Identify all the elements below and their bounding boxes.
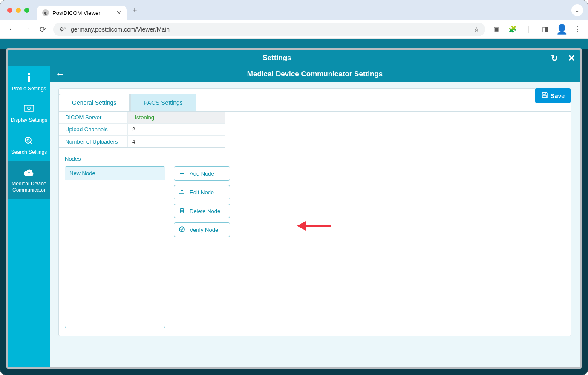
search-gear-icon: [24, 136, 34, 147]
trash-icon: [179, 208, 185, 215]
back-arrow-icon[interactable]: ←: [50, 69, 70, 80]
app-root: Settings ↻ ✕ Profile Settings: [0, 39, 588, 375]
sidepanel-icon[interactable]: ◨: [540, 25, 550, 33]
window-minimize-button[interactable]: [16, 8, 21, 13]
back-button[interactable]: ←: [7, 25, 17, 34]
verify-node-button[interactable]: Verify Node: [174, 222, 230, 237]
panel-title: Medical Device Communicator Settings: [50, 70, 580, 78]
sidebar: Profile Settings Display Settings Search…: [8, 66, 50, 367]
node-actions: + Add Node Edit Node: [174, 166, 230, 237]
add-node-label: Add Node: [190, 170, 214, 177]
plus-icon: +: [179, 169, 185, 178]
sidebar-item-profile[interactable]: Profile Settings: [8, 66, 50, 98]
extensions-icon[interactable]: 🧩: [507, 25, 518, 33]
traffic-lights: [7, 8, 29, 13]
save-icon: [541, 92, 548, 100]
node-item[interactable]: New Node: [65, 167, 165, 180]
edit-node-button[interactable]: Edit Node: [174, 185, 230, 199]
label-num-uploaders: Number of Uploaders: [59, 136, 127, 147]
tab-strip: ◐ PostDICOM Viewer ✕ + ⌄: [0, 0, 588, 20]
refresh-icon[interactable]: ↻: [546, 53, 563, 63]
new-tab-button[interactable]: +: [130, 6, 140, 15]
site-info-icon[interactable]: ⚙⁸: [59, 26, 66, 32]
desktop-icon[interactable]: ▣: [491, 25, 502, 33]
settings-card: General Settings PACS Settings DICOM Ser…: [58, 88, 571, 336]
app-header-bg: [0, 39, 588, 49]
svg-point-5: [28, 107, 30, 110]
svg-point-7: [27, 139, 29, 141]
row-dicom-server: DICOM Server Listening: [59, 112, 225, 124]
divider: |: [524, 26, 534, 33]
menu-icon[interactable]: ⋮: [572, 25, 582, 33]
settings-table: DICOM Server Listening Upload Channels: [59, 112, 225, 148]
modal-header: Settings ↻ ✕: [8, 50, 580, 66]
save-label: Save: [551, 92, 565, 99]
window-maximize-button[interactable]: [24, 8, 29, 13]
tab-title: PostDICOM Viewer: [52, 10, 100, 16]
svg-rect-4: [24, 105, 34, 111]
nodes-list[interactable]: New Node: [65, 166, 165, 328]
bookmark-icon[interactable]: ☆: [474, 26, 479, 33]
sidebar-label: Profile Settings: [12, 86, 46, 92]
svg-rect-2: [28, 80, 29, 82]
main-panel: ← Medical Device Communicator Settings S…: [50, 66, 580, 367]
upload-icon: [179, 189, 185, 196]
panel-content: Save General Settings PACS Settings DICO…: [50, 82, 580, 367]
sidebar-item-search[interactable]: Search Settings: [8, 130, 50, 161]
row-upload-channels: Upload Channels: [59, 124, 225, 136]
sidebar-label: Search Settings: [11, 149, 47, 155]
reload-button[interactable]: ⟳: [38, 25, 47, 34]
sidebar-item-mdc[interactable]: Medical Device Communicator: [8, 161, 50, 199]
tab-general[interactable]: General Settings: [59, 94, 130, 111]
svg-rect-1: [28, 76, 30, 80]
tab-pacs[interactable]: PACS Settings: [130, 94, 196, 111]
nodes-section: Nodes New Node + Add Node: [59, 156, 571, 328]
save-button[interactable]: Save: [535, 88, 571, 103]
label-upload-channels: Upload Channels: [59, 124, 127, 135]
svg-rect-8: [543, 92, 545, 94]
label-dicom-server: DICOM Server: [59, 112, 127, 123]
profile-icon[interactable]: 👤: [556, 24, 566, 35]
nodes-row: New Node + Add Node: [65, 166, 565, 328]
sidebar-label: Medical Device Communicator: [10, 181, 48, 193]
row-num-uploaders: Number of Uploaders: [59, 136, 225, 147]
tabs: General Settings PACS Settings: [59, 94, 571, 112]
settings-modal: Settings ↻ ✕ Profile Settings: [6, 48, 582, 369]
browser-tab[interactable]: ◐ PostDICOM Viewer ✕: [37, 6, 127, 20]
modal-body: Profile Settings Display Settings Search…: [8, 66, 580, 367]
monitor-icon: [23, 104, 35, 115]
status-dicom-server: Listening: [127, 112, 225, 123]
svg-rect-3: [29, 80, 30, 82]
input-num-uploaders[interactable]: [132, 138, 220, 145]
svg-point-0: [28, 73, 30, 75]
address-bar[interactable]: ⚙⁸ germany.postdicom.com/Viewer/Main ☆: [53, 23, 485, 36]
delete-node-label: Delete Node: [190, 208, 220, 214]
cloud-icon: [23, 167, 35, 178]
browser-window: ◐ PostDICOM Viewer ✕ + ⌄ ← → ⟳ ⚙⁸ german…: [0, 0, 588, 375]
window-close-button[interactable]: [7, 8, 12, 13]
url-text: germany.postdicom.com/Viewer/Main: [71, 26, 170, 33]
modal-title: Settings: [8, 54, 546, 62]
annotation-arrow: [297, 221, 331, 230]
close-icon[interactable]: ✕: [563, 53, 580, 63]
toolbar: ← → ⟳ ⚙⁸ germany.postdicom.com/Viewer/Ma…: [0, 20, 588, 39]
window-dropdown-button[interactable]: ⌄: [571, 4, 583, 16]
favicon-icon: ◐: [42, 9, 49, 16]
panel-header: ← Medical Device Communicator Settings: [50, 66, 580, 82]
check-circle-icon: [179, 226, 185, 234]
tab-close-icon[interactable]: ✕: [116, 9, 121, 16]
add-node-button[interactable]: + Add Node: [174, 166, 230, 181]
edit-node-label: Edit Node: [190, 189, 214, 196]
verify-node-label: Verify Node: [190, 227, 218, 233]
nodes-title: Nodes: [65, 156, 565, 162]
input-upload-channels[interactable]: [132, 126, 220, 133]
forward-button[interactable]: →: [23, 25, 32, 34]
svg-rect-9: [543, 95, 546, 98]
svg-point-6: [25, 137, 31, 143]
sidebar-label: Display Settings: [11, 117, 47, 123]
delete-node-button[interactable]: Delete Node: [174, 204, 230, 218]
person-icon: [26, 72, 32, 83]
sidebar-item-display[interactable]: Display Settings: [8, 98, 50, 129]
